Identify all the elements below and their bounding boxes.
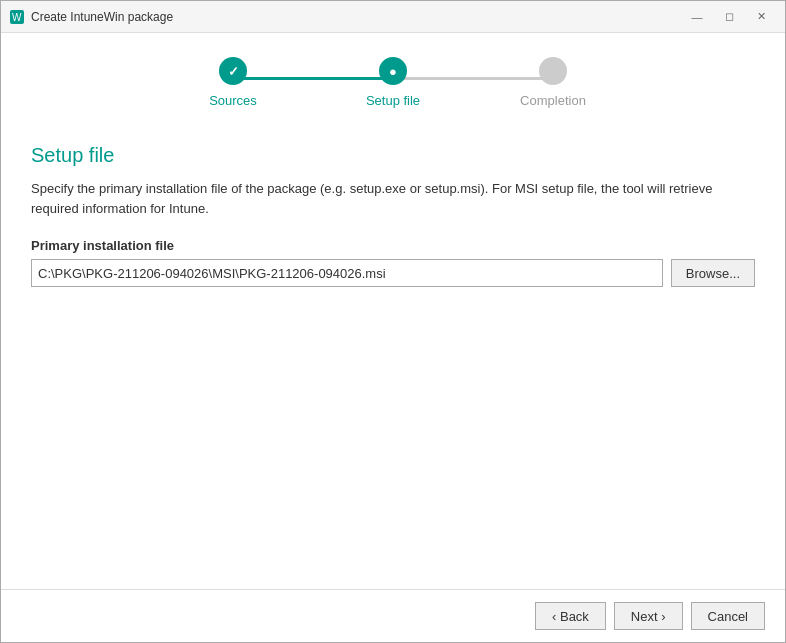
field-label: Primary installation file bbox=[31, 238, 755, 253]
section-title: Setup file bbox=[31, 144, 755, 167]
stepper: ✓ Sources ● Setup file Completion bbox=[1, 33, 785, 124]
back-button[interactable]: ‹ Back bbox=[535, 602, 606, 630]
step-sources: ✓ Sources bbox=[153, 57, 313, 108]
maximize-button[interactable]: ◻ bbox=[713, 5, 745, 29]
titlebar: W Create IntuneWin package — ◻ ✕ bbox=[1, 1, 785, 33]
next-button[interactable]: Next › bbox=[614, 602, 683, 630]
app-window: W Create IntuneWin package — ◻ ✕ ✓ Sourc… bbox=[0, 0, 786, 643]
minimize-button[interactable]: — bbox=[681, 5, 713, 29]
description-text: Specify the primary installation file of… bbox=[31, 179, 755, 218]
step-completion-circle bbox=[539, 57, 567, 85]
step-setup-circle: ● bbox=[379, 57, 407, 85]
primary-installation-file-input[interactable] bbox=[31, 259, 663, 287]
footer: ‹ Back Next › Cancel bbox=[1, 589, 785, 642]
app-icon: W bbox=[9, 9, 25, 25]
step-setup-dot: ● bbox=[389, 64, 397, 79]
step-sources-label: Sources bbox=[209, 93, 257, 108]
checkmark-icon: ✓ bbox=[228, 64, 239, 79]
cancel-button[interactable]: Cancel bbox=[691, 602, 765, 630]
step-completion-label: Completion bbox=[520, 93, 586, 108]
window-title: Create IntuneWin package bbox=[31, 10, 681, 24]
window-controls: — ◻ ✕ bbox=[681, 5, 777, 29]
step-setup-label: Setup file bbox=[366, 93, 420, 108]
step-completion: Completion bbox=[473, 57, 633, 108]
field-row: Browse... bbox=[31, 259, 755, 287]
svg-text:W: W bbox=[12, 12, 22, 23]
main-content: Setup file Specify the primary installat… bbox=[1, 124, 785, 589]
browse-button[interactable]: Browse... bbox=[671, 259, 755, 287]
step-sources-circle: ✓ bbox=[219, 57, 247, 85]
close-button[interactable]: ✕ bbox=[745, 5, 777, 29]
step-setup-file: ● Setup file bbox=[313, 57, 473, 108]
